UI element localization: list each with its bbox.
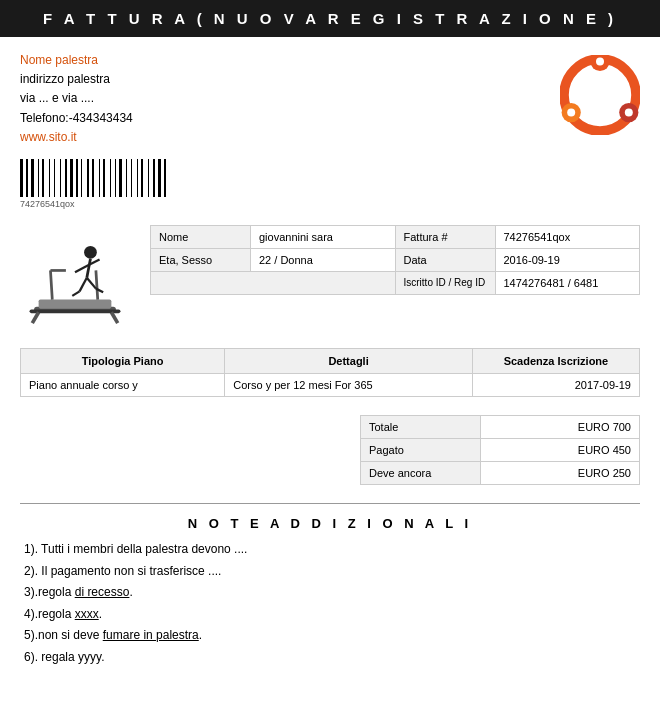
barcode-section: (function() { const pattern = [3,1,2,1,3… bbox=[0, 155, 660, 215]
eta-label: Eta, Sesso bbox=[151, 248, 251, 271]
barcode: (function() { const pattern = [3,1,2,1,3… bbox=[20, 159, 640, 209]
plan-dettagli: Corso y per 12 mesi For 365 bbox=[225, 373, 473, 396]
payment-section: Totale EURO 700 Pagato EURO 450 Deve anc… bbox=[0, 407, 660, 493]
plan-tipo: Piano annuale corso y bbox=[21, 373, 225, 396]
iscritto-label: Iscritto ID / Reg ID bbox=[395, 271, 495, 294]
note-item: 3).regola di recesso. bbox=[24, 582, 636, 604]
nome-label: Nome bbox=[151, 225, 251, 248]
svg-rect-11 bbox=[39, 299, 112, 308]
pagato-value: EURO 450 bbox=[481, 438, 640, 461]
notes-list: 1). Tutti i membri della palestra devono… bbox=[0, 539, 660, 669]
barcode-text: 74276541qox bbox=[20, 199, 75, 209]
notes-divider bbox=[20, 503, 640, 504]
svg-point-4 bbox=[596, 57, 604, 65]
logo-area bbox=[560, 51, 640, 147]
gym-website: www.sito.it bbox=[20, 128, 133, 147]
runner-image bbox=[20, 225, 130, 328]
plan-col2: Dettagli bbox=[225, 348, 473, 373]
totale-value: EURO 700 bbox=[481, 415, 640, 438]
gym-website-link[interactable]: www.sito.it bbox=[20, 130, 77, 144]
svg-point-5 bbox=[567, 109, 575, 117]
fattura-value: 74276541qox bbox=[495, 225, 640, 248]
svg-line-10 bbox=[111, 312, 117, 323]
info-table: Nome giovannini sara Fattura # 74276541q… bbox=[150, 225, 640, 295]
barcode-lines: (function() { const pattern = [3,1,2,1,3… bbox=[20, 159, 168, 197]
header-title: F A T T U R A ( N U O V A R E G I S T R … bbox=[43, 10, 617, 27]
note-item: 6). regala yyyy. bbox=[24, 647, 636, 669]
payment-table: Totale EURO 700 Pagato EURO 450 Deve anc… bbox=[360, 415, 640, 485]
svg-line-17 bbox=[75, 265, 89, 272]
gym-address2: via ... e via .... bbox=[20, 89, 133, 108]
pagato-label: Pagato bbox=[361, 438, 481, 461]
ubuntu-logo-icon bbox=[560, 55, 640, 135]
invoice-header: F A T T U R A ( N U O V A R E G I S T R … bbox=[0, 0, 660, 37]
plan-col3: Scadenza Iscrizione bbox=[472, 348, 639, 373]
svg-line-12 bbox=[50, 270, 52, 299]
gym-info: Nome palestra indirizzo palestra via ...… bbox=[20, 51, 133, 147]
gym-name: Nome palestra bbox=[20, 51, 133, 70]
runner-icon bbox=[20, 225, 130, 325]
svg-point-6 bbox=[625, 109, 633, 117]
plan-row: Piano annuale corso y Corso y per 12 mes… bbox=[21, 373, 640, 396]
note-item: 2). Il pagamento non si trasferisce .... bbox=[24, 561, 636, 583]
note-item: 1). Tutti i membri della palestra devono… bbox=[24, 539, 636, 561]
top-section: Nome palestra indirizzo palestra via ...… bbox=[0, 37, 660, 155]
deve-value: EURO 250 bbox=[481, 461, 640, 484]
note-item: 5).non si deve fumare in palestra. bbox=[24, 625, 636, 647]
eta-value: 22 / Donna bbox=[251, 248, 396, 271]
plan-section: Tipologia Piano Dettagli Scadenza Iscriz… bbox=[0, 338, 660, 407]
svg-rect-8 bbox=[30, 309, 121, 313]
gym-address: indirizzo palestra bbox=[20, 70, 133, 89]
svg-point-15 bbox=[84, 246, 97, 259]
note-item: 4).regola xxxx. bbox=[24, 604, 636, 626]
plan-table: Tipologia Piano Dettagli Scadenza Iscriz… bbox=[20, 348, 640, 397]
iscritto-value: 1474276481 / 6481 bbox=[495, 271, 640, 294]
svg-line-16 bbox=[87, 259, 91, 278]
gym-phone: Telefono:-434343434 bbox=[20, 109, 133, 128]
svg-line-20 bbox=[87, 278, 96, 289]
svg-line-13 bbox=[96, 270, 98, 299]
svg-line-9 bbox=[32, 312, 38, 323]
middle-section: Nome giovannini sara Fattura # 74276541q… bbox=[0, 215, 660, 338]
data-value: 2016-09-19 bbox=[495, 248, 640, 271]
notes-title: N O T E A D D I Z I O N A L I bbox=[0, 510, 660, 539]
plan-col1: Tipologia Piano bbox=[21, 348, 225, 373]
data-label: Data bbox=[395, 248, 495, 271]
svg-line-19 bbox=[80, 278, 87, 292]
deve-label: Deve ancora bbox=[361, 461, 481, 484]
nome-value: giovannini sara bbox=[251, 225, 396, 248]
plan-scadenza: 2017-09-19 bbox=[472, 373, 639, 396]
totale-label: Totale bbox=[361, 415, 481, 438]
fattura-label: Fattura # bbox=[395, 225, 495, 248]
svg-line-21 bbox=[72, 291, 79, 296]
